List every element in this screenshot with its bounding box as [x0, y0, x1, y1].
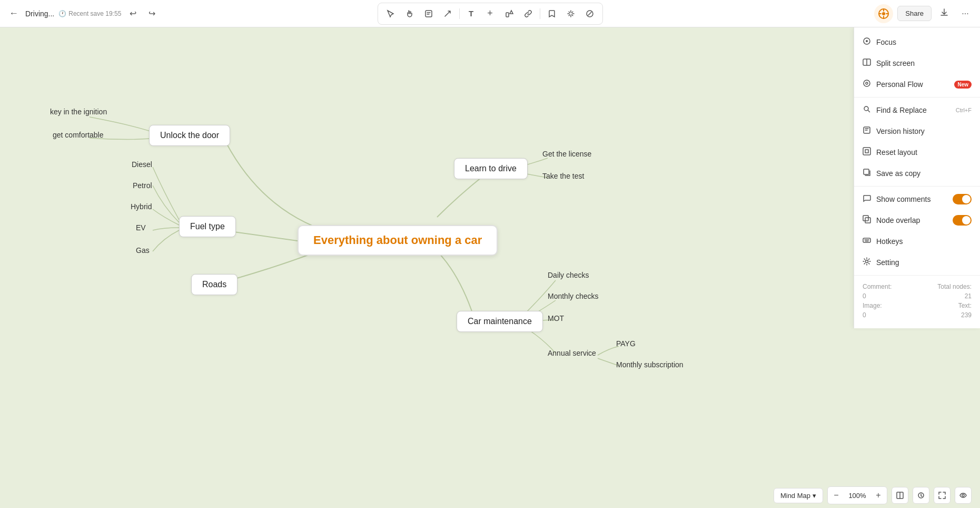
sparkle-tool[interactable]: [562, 5, 579, 22]
node-overlap-toggle[interactable]: [953, 215, 972, 226]
diesel-node: Diesel: [132, 160, 152, 169]
add-tool[interactable]: +: [482, 5, 499, 22]
setting-item[interactable]: Setting: [854, 252, 980, 273]
canvas[interactable]: Everything about owning a car Unlock the…: [0, 27, 980, 508]
toolbar-right: Share ···: [874, 4, 974, 23]
text-tool[interactable]: T: [463, 5, 480, 22]
take-test-node: Take the test: [542, 172, 584, 180]
show-comments-toggle[interactable]: [953, 194, 972, 204]
svg-rect-15: [865, 218, 870, 223]
total-nodes-stat-value: 21: [918, 292, 972, 300]
roads-node[interactable]: Roads: [191, 274, 237, 295]
svg-point-6: [866, 40, 868, 42]
petrol-node: Petrol: [133, 181, 152, 190]
note-tool[interactable]: [420, 5, 437, 22]
redo-button[interactable]: ↪: [144, 6, 159, 21]
get-license-node: Get the license: [542, 150, 591, 158]
zoom-in-button[interactable]: +: [870, 487, 887, 504]
connector-tool[interactable]: [439, 5, 456, 22]
daily-checks-node: Daily checks: [548, 271, 589, 279]
node-overlap-label: Node overlap: [876, 216, 947, 224]
svg-point-4: [882, 12, 885, 15]
version-history-icon: [863, 126, 871, 136]
annual-service-node: Annual service: [548, 349, 596, 357]
svg-rect-13: [864, 169, 869, 174]
save-copy-item[interactable]: Save as copy: [854, 163, 980, 184]
image-stat-label: Image:: [863, 302, 916, 309]
ev-node: EV: [136, 223, 146, 232]
svg-point-20: [962, 494, 964, 496]
map-type-button[interactable]: Mind Map ▾: [774, 488, 823, 503]
slash-tool[interactable]: [581, 5, 598, 22]
focus-item[interactable]: Focus: [854, 32, 980, 53]
eye-button[interactable]: [955, 487, 972, 504]
undo-button[interactable]: ↩: [125, 6, 140, 21]
svg-rect-1: [506, 13, 509, 17]
bookmark-tool[interactable]: [543, 5, 560, 22]
node-overlap-item[interactable]: Node overlap: [854, 210, 980, 231]
toolbar-left: ← Driving... 🕐 Recent save 19:55 ↩ ↪: [6, 6, 159, 21]
tool-palette: T +: [378, 3, 603, 25]
save-copy-icon: [863, 168, 871, 179]
svg-point-9: [866, 82, 868, 84]
text-stat-label: Text:: [918, 302, 972, 309]
hand-tool[interactable]: [401, 5, 418, 22]
hybrid-node: Hybrid: [131, 202, 152, 211]
personal-flow-label: Personal Flow: [876, 80, 949, 89]
svg-rect-16: [863, 238, 870, 242]
link-tool[interactable]: [520, 5, 537, 22]
text-stat-value: 239: [918, 311, 972, 319]
export-button[interactable]: [936, 5, 953, 22]
focus-label: Focus: [876, 38, 972, 46]
show-comments-icon: [863, 194, 871, 204]
hotkeys-icon: [863, 236, 871, 247]
fuel-node[interactable]: Fuel type: [179, 216, 236, 237]
zoom-out-button[interactable]: −: [828, 487, 845, 504]
center-node[interactable]: Everything about owning a car: [298, 225, 498, 256]
personal-flow-item[interactable]: Personal Flow New: [854, 74, 980, 95]
show-comments-label: Show comments: [876, 195, 947, 203]
reset-layout-icon: [863, 147, 871, 158]
panel-stats: Comment: Total nodes: 0 21 Image: Text: …: [854, 278, 980, 324]
comment-stat-label: Comment:: [863, 283, 916, 290]
mot-node: MOT: [548, 314, 564, 323]
reset-layout-item[interactable]: Reset layout: [854, 142, 980, 163]
share-button[interactable]: Share: [897, 6, 932, 21]
find-replace-item[interactable]: Find & Replace Ctrl+F: [854, 100, 980, 121]
version-history-item[interactable]: Version history: [854, 121, 980, 142]
reset-layout-label: Reset layout: [876, 148, 972, 157]
show-comments-item[interactable]: Show comments: [854, 189, 980, 210]
svg-rect-0: [425, 11, 432, 17]
find-replace-shortcut: Ctrl+F: [956, 107, 972, 113]
select-tool[interactable]: [382, 5, 399, 22]
total-nodes-stat-label: Total nodes:: [918, 283, 972, 290]
save-button[interactable]: [913, 487, 929, 504]
connections-svg: [0, 27, 980, 508]
hotkeys-label: Hotkeys: [876, 237, 972, 246]
split-screen-item[interactable]: Split screen: [854, 53, 980, 74]
fullscreen-button[interactable]: [934, 487, 951, 504]
shape-tool[interactable]: [501, 5, 518, 22]
image-stat-value: 0: [863, 311, 916, 319]
car-maintenance-node[interactable]: Car maintenance: [457, 311, 543, 332]
panel-divider-1: [854, 97, 980, 97]
new-badge: New: [954, 81, 972, 89]
hotkeys-item[interactable]: Hotkeys: [854, 231, 980, 252]
split-screen-label: Split screen: [876, 59, 972, 67]
more-button[interactable]: ···: [957, 5, 974, 22]
key-ignition-node: key in the ignition: [50, 108, 107, 116]
panel-divider-3: [854, 275, 980, 276]
logo-button[interactable]: [874, 4, 893, 23]
personal-flow-icon: [863, 79, 871, 90]
unlock-node[interactable]: Unlock the door: [149, 125, 230, 146]
focus-icon: [863, 37, 871, 47]
payg-node: PAYG: [616, 339, 636, 348]
save-status: 🕐 Recent save 19:55: [58, 10, 121, 17]
document-title: Driving...: [25, 9, 54, 18]
find-replace-icon: [863, 105, 871, 115]
find-replace-label: Find & Replace: [876, 106, 951, 114]
learn-node[interactable]: Learn to drive: [454, 158, 528, 179]
get-comfortable-node: get comfortable: [53, 131, 104, 139]
split-view-button[interactable]: [892, 487, 908, 504]
back-button[interactable]: ←: [6, 6, 21, 21]
